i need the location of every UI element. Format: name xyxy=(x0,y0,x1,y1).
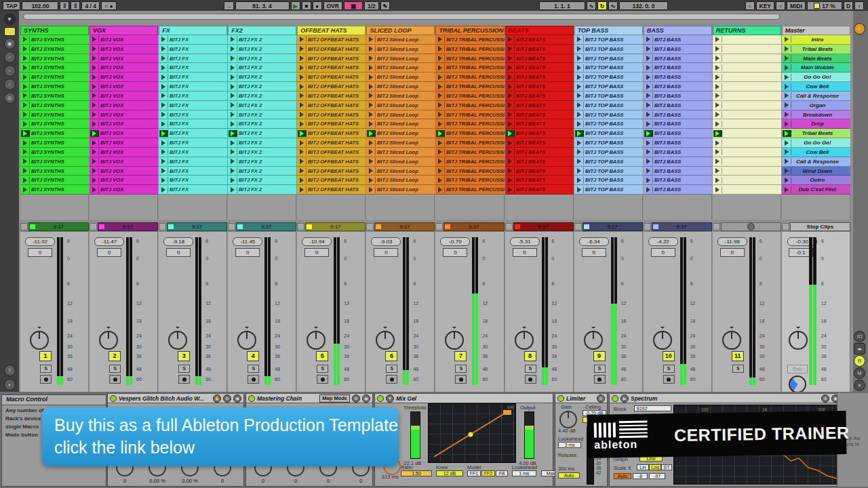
clip-slot[interactable]: BITJ BASS xyxy=(644,157,712,167)
clip-play-button[interactable] xyxy=(90,186,99,193)
clip-play-button[interactable] xyxy=(298,177,307,184)
clip-play-button[interactable] xyxy=(713,167,722,174)
clip-slot[interactable]: BITJ FX xyxy=(159,157,227,167)
clip-slot[interactable] xyxy=(713,167,781,176)
punch-in-button[interactable]: ∿ xyxy=(587,1,596,10)
file-browser-1-button[interactable]: ▫ xyxy=(4,52,16,63)
clip-slot[interactable]: BITJ SYNTHS xyxy=(20,176,89,185)
clip-play-button[interactable] xyxy=(159,64,168,71)
pan-knob[interactable] xyxy=(307,331,326,350)
clip-play-button[interactable] xyxy=(644,102,653,108)
clip-slot[interactable]: BITJ FX 2 xyxy=(228,92,296,101)
clip-slot[interactable]: BITJ BASS xyxy=(644,148,712,157)
track-header-top-bass[interactable]: TOP BASS xyxy=(574,26,643,35)
empty-clip-area[interactable] xyxy=(159,195,227,220)
clip-slot[interactable]: BITJ TOP BASS xyxy=(574,157,643,167)
clip-play-button[interactable] xyxy=(21,83,30,90)
scene-slot[interactable]: Intro xyxy=(782,35,850,45)
scene-launch-button[interactable] xyxy=(783,45,791,52)
clip-play-button[interactable] xyxy=(90,177,99,184)
clip-slot[interactable]: BITJ SYNTHS xyxy=(20,129,89,138)
file-browser-3-button[interactable]: ▫ xyxy=(4,79,16,90)
clip-play-button[interactable] xyxy=(159,92,168,99)
clip-slot[interactable]: BITJ VOX xyxy=(90,167,158,176)
clip-slot[interactable]: BITJ BEATS xyxy=(505,82,574,92)
clip-play-button[interactable] xyxy=(436,111,445,118)
clip-slot[interactable]: BITJ TRIBAL PERCUSSI xyxy=(435,167,505,176)
pan-knob[interactable] xyxy=(237,331,256,350)
clip-slot[interactable]: BITJ FX 2 xyxy=(228,129,296,138)
clip-play-button[interactable] xyxy=(506,36,515,43)
clip-play-button[interactable] xyxy=(575,177,584,184)
clip-slot[interactable] xyxy=(713,176,781,185)
clip-play-button[interactable] xyxy=(713,111,722,118)
track-activator-button[interactable]: 4 xyxy=(247,351,259,361)
clip-slot[interactable]: BITJ TRIBAL PERCUSSI xyxy=(435,138,505,148)
device-header[interactable]: ▶ Spectrum ⚙ ▣ xyxy=(610,394,842,403)
clip-slot[interactable]: BITJ FX 2 xyxy=(228,54,296,64)
clip-slot[interactable]: BITJ BASS xyxy=(644,63,712,73)
clip-play-button[interactable] xyxy=(367,102,376,108)
clip-play-button[interactable] xyxy=(436,55,445,62)
fold-icon[interactable]: ▶ xyxy=(620,394,629,403)
track-header-fx[interactable]: FX xyxy=(159,26,227,35)
clip-slot[interactable]: BITJ BASS xyxy=(644,176,712,185)
clip-slot[interactable]: BITJ SYNTHS xyxy=(20,119,89,129)
volume-value-field[interactable]: -4.22 xyxy=(648,237,678,246)
clip-slot[interactable]: BITJ SYNTHS xyxy=(20,63,89,73)
scene-slot[interactable]: Tribal Beats xyxy=(782,129,850,138)
clip-play-button[interactable] xyxy=(298,92,307,99)
arm-button[interactable] xyxy=(317,375,328,384)
clip-play-button[interactable] xyxy=(436,36,445,43)
clip-play-button[interactable] xyxy=(90,148,99,155)
clip-play-button[interactable] xyxy=(229,92,237,99)
clip-slot[interactable] xyxy=(713,82,781,92)
scene-slot[interactable]: Tribal Beats xyxy=(782,45,850,54)
clip-play-button[interactable] xyxy=(159,186,168,193)
clip-play-button[interactable] xyxy=(298,55,307,62)
clip-play-button[interactable] xyxy=(713,92,722,99)
volume-value-field[interactable]: -11.02 xyxy=(25,237,55,246)
clip-slot[interactable]: BITJ TRIBAL PERCUSSI xyxy=(435,73,505,82)
clip-play-button[interactable] xyxy=(229,111,237,118)
loop-start-field[interactable]: 1. 1. 1 xyxy=(539,1,585,10)
clip-play-button[interactable] xyxy=(367,83,376,90)
clip-play-button[interactable] xyxy=(21,121,30,127)
clip-play-button[interactable] xyxy=(159,167,168,174)
clip-play-button[interactable] xyxy=(90,158,99,165)
volume-value-field[interactable]: -11.98 xyxy=(717,237,747,246)
arm-button[interactable] xyxy=(248,375,259,384)
clip-slot[interactable]: BITJ FX xyxy=(159,82,227,92)
solo-button[interactable]: S xyxy=(40,365,52,373)
scalex-log-button[interactable]: Log xyxy=(649,464,661,470)
scene-launch-button[interactable] xyxy=(783,111,791,118)
clip-slot[interactable] xyxy=(713,157,781,167)
nudge-down-button[interactable]: ‖ xyxy=(60,1,69,10)
clip-play-button[interactable] xyxy=(21,140,30,146)
scene-launch-button-active[interactable] xyxy=(783,130,791,137)
arm-button[interactable] xyxy=(386,375,397,384)
pan-knob[interactable] xyxy=(99,331,118,350)
clip-slot[interactable]: BITJ BASS xyxy=(644,138,712,148)
clip-slot[interactable]: BITJ BEATS xyxy=(505,63,574,73)
clip-play-button[interactable] xyxy=(436,45,445,52)
gain-knob[interactable] xyxy=(559,411,577,428)
clip-play-button[interactable] xyxy=(713,186,722,193)
clip-play-button[interactable] xyxy=(644,83,653,90)
clip-slot[interactable]: BITJ FX xyxy=(159,129,227,138)
range-high-value[interactable]: -97 xyxy=(649,473,665,479)
empty-clip-area[interactable] xyxy=(435,195,504,220)
clip-play-button[interactable] xyxy=(506,148,515,155)
track-header-tribal-percussion[interactable]: TRIBAL PERCUSSION xyxy=(435,26,504,35)
clip-slot[interactable]: BITJ TRIBAL PERCUSSI xyxy=(435,176,505,185)
clip-play-button[interactable] xyxy=(21,92,30,99)
clip-slot[interactable]: BITJ SYNTHS xyxy=(20,110,89,120)
clip-play-button[interactable] xyxy=(21,74,30,81)
clip-slot[interactable]: BITJ Sliced Loop xyxy=(366,73,435,82)
pan-value-field[interactable]: 0 xyxy=(720,248,745,257)
show-crossfader-button[interactable]: ✕ xyxy=(854,380,865,391)
empty-clip-area[interactable] xyxy=(297,195,366,220)
clip-play-button[interactable] xyxy=(90,102,99,108)
clip-slot[interactable]: BITJ VOX xyxy=(90,157,158,167)
clip-slot[interactable]: BITJ SYNTHS xyxy=(20,82,89,92)
